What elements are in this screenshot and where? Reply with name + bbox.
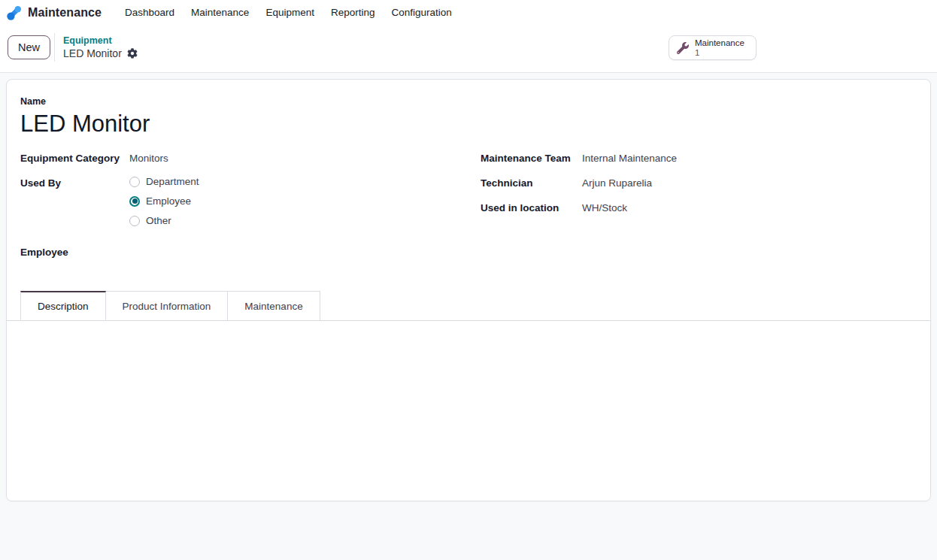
technician-row: Technician Arjun Ruparelia: [481, 177, 917, 189]
gear-icon[interactable]: [127, 48, 138, 59]
used-by-radio-group: Department Employee Other: [129, 176, 472, 226]
used-by-option-other[interactable]: Other: [129, 215, 472, 226]
used-in-location-field[interactable]: WH/Stock: [582, 202, 917, 213]
menu-dashboard[interactable]: Dashboard: [117, 2, 183, 23]
app-logo-icon: [6, 5, 23, 21]
used-in-location-row: Used in location WH/Stock: [481, 202, 917, 213]
used-by-option-employee[interactable]: Employee: [129, 195, 472, 207]
breadcrumb: Equipment LED Monitor: [54, 33, 138, 62]
equipment-form-card: Name LED Monitor Equipment Category Moni…: [6, 79, 931, 501]
technician-label: Technician: [481, 177, 582, 189]
used-by-label: Used By: [20, 177, 129, 189]
radio-other[interactable]: [129, 216, 140, 226]
app-name: Maintenance: [28, 6, 102, 20]
smart-button-label: Maintenance: [695, 39, 744, 47]
used-by-option-department[interactable]: Department: [129, 176, 472, 187]
tab-bar: Description Product Information Maintena…: [7, 291, 930, 321]
form-view: Name LED Monitor Equipment Category Moni…: [0, 73, 937, 507]
form-sheet: Name LED Monitor Equipment Category Moni…: [7, 80, 930, 271]
name-field[interactable]: LED Monitor: [20, 110, 917, 138]
tab-maintenance[interactable]: Maintenance: [227, 291, 320, 320]
tab-product-information[interactable]: Product Information: [105, 291, 229, 320]
main-menu: Dashboard Maintenance Equipment Reportin…: [117, 2, 460, 23]
maintenance-team-field[interactable]: Internal Maintenance: [582, 153, 917, 164]
form-right-column: Maintenance Team Internal Maintenance Te…: [481, 153, 917, 271]
breadcrumb-current: LED Monitor: [63, 47, 122, 60]
technician-field[interactable]: Arjun Ruparelia: [582, 177, 917, 189]
app-menu-toggle[interactable]: Maintenance: [6, 5, 102, 21]
menu-configuration[interactable]: Configuration: [383, 2, 459, 23]
new-button[interactable]: New: [8, 35, 50, 59]
used-by-row: Used By Department Employee: [20, 177, 472, 226]
menu-reporting[interactable]: Reporting: [323, 2, 384, 23]
smart-button-count: 1: [695, 49, 744, 57]
maintenance-smart-button[interactable]: Maintenance 1: [669, 35, 757, 60]
equipment-category-row: Equipment Category Monitors: [20, 153, 472, 164]
description-tab-content[interactable]: [7, 321, 930, 501]
menu-maintenance[interactable]: Maintenance: [183, 2, 257, 23]
name-label: Name: [20, 96, 917, 107]
radio-department[interactable]: [129, 177, 140, 187]
notebook: Description Product Information Maintena…: [7, 291, 930, 501]
equipment-category-label: Equipment Category: [20, 153, 129, 164]
top-navbar: Maintenance Dashboard Maintenance Equipm…: [0, 0, 937, 25]
equipment-category-field[interactable]: Monitors: [129, 153, 472, 164]
employee-row: Employee: [20, 247, 472, 258]
control-panel: New Equipment LED Monitor Maintenance 1: [0, 25, 937, 73]
breadcrumb-parent-link[interactable]: Equipment: [63, 35, 138, 47]
menu-equipment[interactable]: Equipment: [257, 2, 323, 23]
wrench-icon: [677, 42, 689, 54]
used-in-location-label: Used in location: [481, 202, 582, 213]
radio-employee[interactable]: [129, 196, 140, 207]
employee-label: Employee: [20, 247, 129, 258]
form-left-column: Equipment Category Monitors Used By Depa…: [20, 153, 472, 271]
maintenance-team-label: Maintenance Team: [481, 153, 582, 164]
maintenance-team-row: Maintenance Team Internal Maintenance: [481, 153, 917, 164]
tab-description[interactable]: Description: [20, 291, 106, 320]
